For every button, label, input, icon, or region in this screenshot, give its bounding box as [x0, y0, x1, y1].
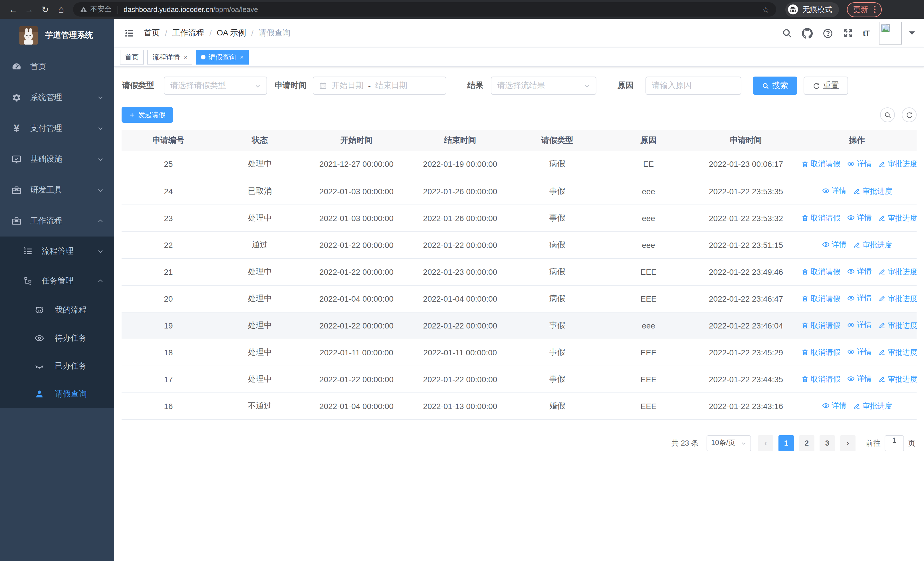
- action-cancel-leave-link[interactable]: 取消请假: [802, 213, 840, 223]
- close-icon[interactable]: ×: [184, 54, 188, 60]
- search-button[interactable]: 搜索: [753, 77, 797, 95]
- goto-page-input[interactable]: 1: [885, 435, 904, 451]
- apply-time-range-picker[interactable]: 开始日期 - 结束日期: [313, 77, 446, 95]
- page-button-3[interactable]: 3: [819, 435, 835, 451]
- action-cancel-leave-link[interactable]: 取消请假: [802, 320, 840, 331]
- action-progress-link[interactable]: 审批进度: [853, 401, 892, 411]
- action-progress-link[interactable]: 审批进度: [879, 266, 917, 277]
- cell-type: 事假: [512, 177, 603, 205]
- sidebar-menu: 首页系统管理¥支付管理基础设施研发工具工作流程流程管理任务管理我的流程待办任务已…: [0, 51, 114, 561]
- bookmark-star-icon[interactable]: ☆: [762, 5, 770, 14]
- fullscreen-icon[interactable]: [843, 28, 853, 38]
- action-cancel-leave-link[interactable]: 取消请假: [802, 293, 840, 304]
- cell-status: 已取消: [215, 177, 304, 205]
- next-page-button[interactable]: ›: [840, 435, 855, 451]
- leave-type-select[interactable]: 请选择请假类型: [164, 77, 267, 95]
- sidebar-item-todo-tasks[interactable]: 待办任务: [0, 324, 114, 352]
- action-progress-link[interactable]: 审批进度: [853, 186, 892, 196]
- reset-button[interactable]: 重置: [804, 77, 848, 95]
- action-cancel-leave-link[interactable]: 取消请假: [802, 266, 840, 277]
- tab-请假查询[interactable]: 请假查询×: [196, 50, 249, 65]
- action-detail-link[interactable]: 详情: [822, 400, 846, 411]
- action-cancel-leave-link[interactable]: 取消请假: [802, 374, 840, 384]
- sidebar-item-workflow[interactable]: 工作流程: [0, 206, 114, 236]
- action-progress-link[interactable]: 审批进度: [879, 374, 917, 384]
- action-progress-link[interactable]: 审批进度: [879, 293, 917, 304]
- action-detail-link[interactable]: 详情: [847, 212, 872, 223]
- action-detail-link[interactable]: 详情: [822, 186, 846, 196]
- reason-input[interactable]: 请输入原因: [645, 77, 741, 95]
- browser-menu-icon[interactable]: [874, 6, 876, 13]
- action-detail-link[interactable]: 详情: [847, 374, 872, 384]
- sidebar-item-done-tasks[interactable]: 已办任务: [0, 352, 114, 380]
- show-search-toggle-button[interactable]: [880, 107, 895, 122]
- page-size-select[interactable]: 10条/页: [706, 435, 751, 451]
- sidebar-item-infrastructure[interactable]: 基础设施: [0, 144, 114, 175]
- action-detail-link[interactable]: 详情: [847, 293, 872, 303]
- help-icon[interactable]: [822, 28, 833, 39]
- browser-update-button[interactable]: 更新: [847, 2, 882, 17]
- action-detail-link[interactable]: 详情: [847, 266, 872, 277]
- action-progress-link[interactable]: 审批进度: [853, 240, 892, 250]
- sidebar-item-label: 基础设施: [30, 154, 62, 164]
- tab-首页[interactable]: 首页: [120, 50, 144, 65]
- pagination: 共 23 条 10条/页 ‹123› 前往 1 页: [122, 435, 916, 451]
- sidebar-item-my-process[interactable]: 我的流程: [0, 296, 114, 324]
- page-button-1[interactable]: 1: [778, 435, 794, 451]
- action-progress-link[interactable]: 审批进度: [879, 213, 917, 223]
- cell-status: 不通过: [215, 393, 304, 419]
- action-progress-link[interactable]: 审批进度: [879, 159, 917, 169]
- sidebar-item-dev-tools[interactable]: 研发工具: [0, 175, 114, 206]
- result-select[interactable]: 请选择流结果: [491, 77, 596, 95]
- address-bar[interactable]: 不安全 dashboard.yudao.iocoder.cn/bpm/oa/le…: [73, 2, 776, 17]
- header-search-icon[interactable]: [782, 28, 792, 38]
- eye-sm-icon: [847, 214, 855, 222]
- sidebar-item-system[interactable]: 系统管理: [0, 82, 114, 113]
- avatar-dropdown-icon[interactable]: [909, 32, 915, 35]
- tab-流程详情[interactable]: 流程详情×: [147, 50, 193, 65]
- page-button-2[interactable]: 2: [799, 435, 814, 451]
- action-progress-link[interactable]: 审批进度: [879, 347, 917, 357]
- github-icon[interactable]: [802, 28, 813, 39]
- chevron-down-icon: [97, 248, 104, 255]
- refresh-table-button[interactable]: [902, 107, 916, 122]
- chevron-down-icon: [741, 440, 747, 446]
- breadcrumb-item[interactable]: 首页: [144, 28, 160, 38]
- action-progress-link[interactable]: 审批进度: [879, 320, 917, 331]
- action-label: 取消请假: [811, 293, 840, 304]
- trash-icon: [802, 161, 809, 168]
- sidebar-item-home[interactable]: 首页: [0, 51, 114, 82]
- sidebar-item-task-management[interactable]: 任务管理: [0, 266, 114, 296]
- browser-forward-icon[interactable]: →: [22, 2, 36, 17]
- action-detail-link[interactable]: 详情: [847, 347, 872, 357]
- breadcrumb-item[interactable]: OA 示例: [217, 28, 246, 38]
- avatar[interactable]: [879, 22, 902, 45]
- action-cancel-leave-link[interactable]: 取消请假: [802, 347, 840, 357]
- sidebar-collapse-icon[interactable]: [123, 27, 135, 39]
- sidebar-item-process-management[interactable]: 流程管理: [0, 236, 114, 266]
- browser-reload-icon[interactable]: ↻: [38, 2, 52, 17]
- eye-sm-icon: [847, 267, 855, 275]
- eye-sm-icon: [822, 187, 830, 195]
- cell-actions: 取消请假详情审批进度: [798, 365, 916, 393]
- close-icon[interactable]: ×: [240, 54, 244, 60]
- sidebar-item-payment[interactable]: ¥支付管理: [0, 113, 114, 144]
- action-detail-link[interactable]: 详情: [822, 239, 846, 250]
- action-label: 审批进度: [888, 159, 917, 169]
- browser-home-icon[interactable]: ⌂: [54, 2, 69, 17]
- action-cancel-leave-link[interactable]: 取消请假: [802, 159, 840, 169]
- trash-icon: [802, 268, 809, 275]
- cell-apply_time: 2022-01-23 00:06:17: [694, 151, 797, 177]
- create-leave-button[interactable]: 发起请假: [122, 107, 173, 123]
- font-size-icon[interactable]: tT: [863, 29, 869, 38]
- browser-back-icon[interactable]: ←: [6, 2, 21, 17]
- action-detail-link[interactable]: 详情: [847, 320, 872, 330]
- cell-id: 16: [122, 393, 215, 419]
- action-detail-link[interactable]: 详情: [847, 159, 872, 169]
- sidebar-item-leave-query[interactable]: 请假查询: [0, 380, 114, 408]
- security-warning-icon[interactable]: 不安全: [80, 5, 112, 14]
- breadcrumb-item[interactable]: 工作流程: [172, 28, 204, 38]
- cell-apply_time: 2022-01-22 23:43:16: [694, 393, 797, 419]
- prev-page-button[interactable]: ‹: [758, 435, 773, 451]
- cell-reason: eee: [603, 205, 694, 232]
